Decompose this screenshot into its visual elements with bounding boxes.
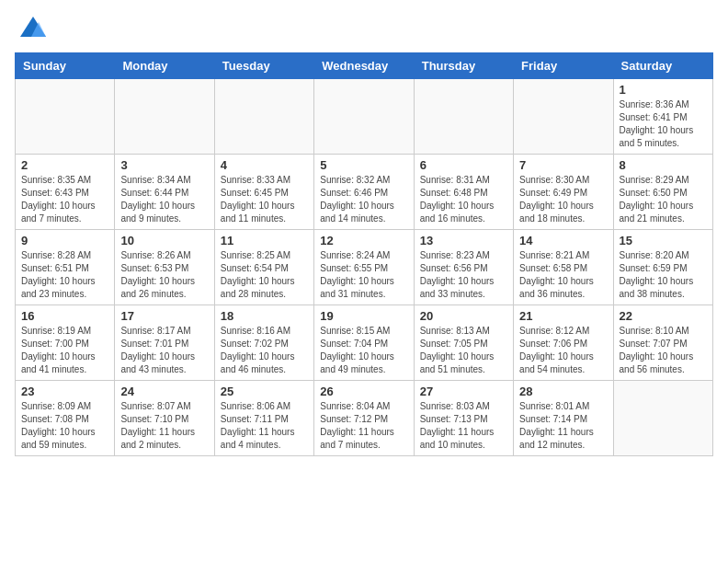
calendar-cell: 26Sunrise: 8:04 AM Sunset: 7:12 PM Dayli… — [314, 381, 414, 456]
day-info: Sunrise: 8:32 AM Sunset: 6:46 PM Dayligh… — [320, 174, 407, 225]
calendar-week-4: 16Sunrise: 8:19 AM Sunset: 7:00 PM Dayli… — [16, 305, 713, 381]
day-info: Sunrise: 8:16 AM Sunset: 7:02 PM Dayligh… — [221, 325, 308, 376]
day-number: 1 — [620, 83, 707, 97]
calendar-cell: 23Sunrise: 8:09 AM Sunset: 7:08 PM Dayli… — [16, 381, 115, 456]
header — [15, 15, 713, 45]
day-info: Sunrise: 8:20 AM Sunset: 6:59 PM Dayligh… — [620, 249, 707, 301]
day-number: 21 — [519, 309, 607, 323]
calendar-header-row: SundayMondayTuesdayWednesdayThursdayFrid… — [16, 53, 713, 79]
day-number: 6 — [420, 158, 507, 172]
day-info: Sunrise: 8:03 AM Sunset: 7:13 PM Dayligh… — [420, 400, 507, 452]
calendar-cell: 5Sunrise: 8:32 AM Sunset: 6:46 PM Daylig… — [314, 155, 414, 230]
day-number: 3 — [120, 158, 208, 172]
calendar-week-1: 1Sunrise: 8:36 AM Sunset: 6:41 PM Daylig… — [16, 79, 713, 155]
day-info: Sunrise: 8:15 AM Sunset: 7:04 PM Dayligh… — [320, 325, 407, 376]
calendar-cell — [613, 381, 712, 456]
calendar-cell: 25Sunrise: 8:06 AM Sunset: 7:11 PM Dayli… — [214, 381, 313, 456]
day-number: 25 — [221, 385, 308, 398]
day-number: 2 — [21, 158, 108, 172]
day-number: 5 — [320, 158, 407, 172]
day-number: 11 — [221, 234, 308, 247]
day-number: 4 — [221, 158, 308, 172]
day-info: Sunrise: 8:31 AM Sunset: 6:48 PM Dayligh… — [420, 174, 507, 225]
day-info: Sunrise: 8:10 AM Sunset: 7:07 PM Dayligh… — [620, 325, 707, 376]
calendar-cell: 8Sunrise: 8:29 AM Sunset: 6:50 PM Daylig… — [613, 155, 712, 230]
calendar-cell: 11Sunrise: 8:25 AM Sunset: 6:54 PM Dayli… — [214, 230, 313, 305]
day-info: Sunrise: 8:04 AM Sunset: 7:12 PM Dayligh… — [320, 400, 407, 452]
logo-icon — [18, 15, 48, 40]
calendar-cell: 13Sunrise: 8:23 AM Sunset: 6:56 PM Dayli… — [414, 230, 513, 305]
day-number: 28 — [519, 385, 607, 398]
day-number: 9 — [21, 234, 108, 247]
calendar-week-3: 9Sunrise: 8:28 AM Sunset: 6:51 PM Daylig… — [16, 230, 713, 305]
day-number: 14 — [519, 234, 607, 247]
day-info: Sunrise: 8:26 AM Sunset: 6:53 PM Dayligh… — [120, 249, 208, 301]
day-info: Sunrise: 8:19 AM Sunset: 7:00 PM Dayligh… — [21, 325, 108, 376]
calendar-cell: 4Sunrise: 8:33 AM Sunset: 6:45 PM Daylig… — [214, 155, 313, 230]
calendar-cell — [314, 79, 414, 155]
day-number: 24 — [120, 385, 208, 398]
calendar-cell: 6Sunrise: 8:31 AM Sunset: 6:48 PM Daylig… — [414, 155, 513, 230]
day-info: Sunrise: 8:09 AM Sunset: 7:08 PM Dayligh… — [21, 400, 108, 452]
calendar-table: SundayMondayTuesdayWednesdayThursdayFrid… — [15, 52, 713, 456]
day-info: Sunrise: 8:29 AM Sunset: 6:50 PM Dayligh… — [620, 174, 707, 225]
calendar-cell: 22Sunrise: 8:10 AM Sunset: 7:07 PM Dayli… — [613, 305, 712, 381]
day-info: Sunrise: 8:24 AM Sunset: 6:55 PM Dayligh… — [320, 249, 407, 301]
day-header-tuesday: Tuesday — [214, 53, 313, 79]
day-info: Sunrise: 8:30 AM Sunset: 6:49 PM Dayligh… — [519, 174, 607, 225]
day-info: Sunrise: 8:21 AM Sunset: 6:58 PM Dayligh… — [519, 249, 607, 301]
day-info: Sunrise: 8:17 AM Sunset: 7:01 PM Dayligh… — [120, 325, 208, 376]
calendar-cell: 28Sunrise: 8:01 AM Sunset: 7:14 PM Dayli… — [514, 381, 613, 456]
day-header-thursday: Thursday — [414, 53, 513, 79]
day-number: 13 — [420, 234, 507, 247]
day-number: 19 — [320, 309, 407, 323]
day-header-monday: Monday — [115, 53, 214, 79]
calendar-cell: 2Sunrise: 8:35 AM Sunset: 6:43 PM Daylig… — [16, 155, 115, 230]
day-number: 26 — [320, 385, 407, 398]
calendar-cell: 24Sunrise: 8:07 AM Sunset: 7:10 PM Dayli… — [115, 381, 214, 456]
calendar-cell: 19Sunrise: 8:15 AM Sunset: 7:04 PM Dayli… — [314, 305, 414, 381]
calendar-cell: 10Sunrise: 8:26 AM Sunset: 6:53 PM Dayli… — [115, 230, 214, 305]
calendar-cell: 1Sunrise: 8:36 AM Sunset: 6:41 PM Daylig… — [613, 79, 712, 155]
calendar-cell — [16, 79, 115, 155]
calendar-cell — [214, 79, 313, 155]
day-number: 7 — [519, 158, 607, 172]
day-header-saturday: Saturday — [613, 53, 712, 79]
calendar-cell — [115, 79, 214, 155]
day-number: 20 — [420, 309, 507, 323]
day-header-wednesday: Wednesday — [314, 53, 414, 79]
calendar-cell: 9Sunrise: 8:28 AM Sunset: 6:51 PM Daylig… — [16, 230, 115, 305]
day-info: Sunrise: 8:06 AM Sunset: 7:11 PM Dayligh… — [221, 400, 308, 452]
calendar-cell: 14Sunrise: 8:21 AM Sunset: 6:58 PM Dayli… — [514, 230, 613, 305]
day-info: Sunrise: 8:36 AM Sunset: 6:41 PM Dayligh… — [620, 98, 707, 150]
day-header-friday: Friday — [514, 53, 613, 79]
calendar-cell: 3Sunrise: 8:34 AM Sunset: 6:44 PM Daylig… — [115, 155, 214, 230]
calendar-cell: 15Sunrise: 8:20 AM Sunset: 6:59 PM Dayli… — [613, 230, 712, 305]
day-number: 16 — [21, 309, 108, 323]
day-number: 17 — [120, 309, 208, 323]
calendar-cell: 7Sunrise: 8:30 AM Sunset: 6:49 PM Daylig… — [514, 155, 613, 230]
day-info: Sunrise: 8:33 AM Sunset: 6:45 PM Dayligh… — [221, 174, 308, 225]
calendar-cell: 20Sunrise: 8:13 AM Sunset: 7:05 PM Dayli… — [414, 305, 513, 381]
day-number: 27 — [420, 385, 507, 398]
day-info: Sunrise: 8:34 AM Sunset: 6:44 PM Dayligh… — [120, 174, 208, 225]
day-info: Sunrise: 8:28 AM Sunset: 6:51 PM Dayligh… — [21, 249, 108, 301]
day-number: 10 — [120, 234, 208, 247]
calendar-cell: 16Sunrise: 8:19 AM Sunset: 7:00 PM Dayli… — [16, 305, 115, 381]
logo-text — [15, 15, 48, 45]
calendar-cell — [514, 79, 613, 155]
calendar-cell: 12Sunrise: 8:24 AM Sunset: 6:55 PM Dayli… — [314, 230, 414, 305]
day-header-sunday: Sunday — [16, 53, 115, 79]
day-info: Sunrise: 8:35 AM Sunset: 6:43 PM Dayligh… — [21, 174, 108, 225]
day-info: Sunrise: 8:12 AM Sunset: 7:06 PM Dayligh… — [519, 325, 607, 376]
day-info: Sunrise: 8:01 AM Sunset: 7:14 PM Dayligh… — [519, 400, 607, 452]
logo — [15, 15, 48, 45]
calendar-cell: 27Sunrise: 8:03 AM Sunset: 7:13 PM Dayli… — [414, 381, 513, 456]
day-info: Sunrise: 8:07 AM Sunset: 7:10 PM Dayligh… — [120, 400, 208, 452]
calendar-cell: 18Sunrise: 8:16 AM Sunset: 7:02 PM Dayli… — [214, 305, 313, 381]
day-number: 23 — [21, 385, 108, 398]
day-number: 18 — [221, 309, 308, 323]
day-info: Sunrise: 8:25 AM Sunset: 6:54 PM Dayligh… — [221, 249, 308, 301]
day-number: 15 — [620, 234, 707, 247]
day-number: 8 — [620, 158, 707, 172]
